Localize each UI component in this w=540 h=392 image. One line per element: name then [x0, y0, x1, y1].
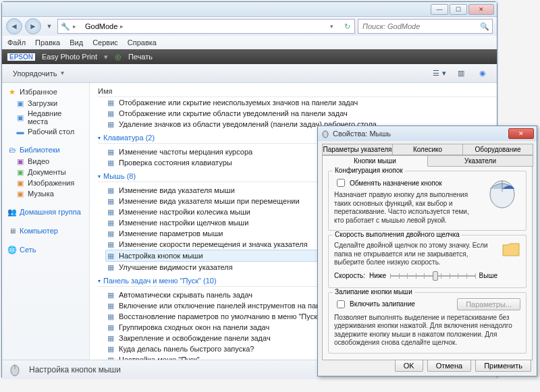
forward-button[interactable]: ►: [25, 18, 41, 34]
tab-buttons[interactable]: Кнопки мыши: [322, 155, 428, 167]
libraries-icon: 🗁: [7, 145, 17, 155]
click-lock-label: Включить залипание: [350, 300, 415, 308]
refresh-icon[interactable]: ↻: [342, 22, 352, 31]
column-header-name[interactable]: Имя: [98, 86, 497, 97]
item-icon: ▦: [106, 251, 115, 260]
sidebar-network[interactable]: 🌐Сеть: [2, 244, 89, 256]
navbar: ◄ ► ▼ 🔧 ▸ GodMode ▸ ▾ ↻ 🔍: [2, 17, 497, 36]
sidebar-item-label: Рабочий стол: [28, 128, 74, 136]
epson-app-label[interactable]: Easy Photo Print: [42, 53, 97, 61]
close-button[interactable]: ✕: [468, 4, 494, 15]
item-label: Изменение настройки щелчков мыши: [119, 219, 248, 227]
sidebar-favorites-header[interactable]: ★ Избранное: [2, 86, 89, 98]
item-icon: ▦: [106, 262, 115, 272]
sidebar-item-desktop[interactable]: ▬Рабочий стол: [2, 126, 89, 137]
pictures-icon: ▣: [16, 178, 25, 188]
double-click-slider[interactable]: [390, 270, 475, 282]
item-icon: ▦: [106, 98, 115, 107]
item-icon: ▦: [106, 147, 115, 157]
maximize-button[interactable]: ☐: [450, 4, 467, 15]
breadcrumb-text: GodMode: [85, 22, 117, 30]
tab-pointers[interactable]: Указатели: [427, 155, 533, 167]
sidebar-item-label: Документы: [28, 168, 66, 176]
search-box[interactable]: 🔍: [358, 19, 493, 34]
preview-pane-button[interactable]: ▥: [452, 67, 470, 80]
sidebar-computer[interactable]: 🖥Компьютер: [2, 225, 89, 237]
back-button[interactable]: ◄: [6, 18, 22, 34]
help-button[interactable]: ◉: [474, 67, 491, 80]
tab-wheel[interactable]: Колесико: [392, 144, 463, 155]
sidebar-item-music[interactable]: ▣Музыка: [2, 188, 89, 199]
item-label: Группировка сходных окон на панели задач: [119, 323, 269, 331]
collapse-icon: ▾: [98, 135, 101, 141]
item-label: Куда делась панель быстрого запуска?: [119, 345, 254, 353]
item-label: Автоматически скрывать панель задач: [119, 291, 252, 299]
tab-panel-buttons: Конфигурация кнопок Обменять назначение …: [322, 166, 533, 360]
sidebar-item-documents[interactable]: ▣Документы: [2, 167, 89, 177]
slider-thumb[interactable]: [433, 271, 438, 281]
click-lock-settings-button: Параметры...: [457, 298, 520, 310]
sidebar-item-recent[interactable]: ▣Недавние места: [2, 109, 89, 126]
click-lock-checkbox[interactable]: Включить залипание: [334, 298, 415, 310]
downloads-icon: ▣: [16, 99, 25, 108]
sidebar-item-label: Видео: [28, 157, 49, 165]
network-icon: 🌐: [7, 245, 17, 254]
mouse-illustration: [484, 175, 520, 209]
swap-buttons-input[interactable]: [337, 179, 345, 187]
group-click-lock: Залипание кнопки мыши Включить залипание…: [328, 292, 526, 354]
menu-edit[interactable]: Правка: [35, 38, 60, 47]
item-label: Настройка кнопок мыши: [119, 252, 203, 260]
chevron-right-icon: ▸: [73, 23, 82, 30]
dialog-titlebar[interactable]: Свойства: Мышь ✕: [318, 126, 537, 141]
menu-service[interactable]: Сервис: [92, 38, 118, 47]
list-item[interactable]: ▦Отображение или скрытие неиспользуемых …: [106, 97, 497, 108]
breadcrumb[interactable]: 🔧 ▸ GodMode ▸ ▾ ↻: [57, 19, 355, 34]
epson-logo: EPSON: [7, 53, 35, 61]
speed-label: Скорость:: [334, 272, 365, 279]
apply-button[interactable]: Применить: [475, 360, 531, 372]
music-icon: ▣: [16, 189, 25, 198]
item-icon: ▦: [106, 301, 115, 310]
organize-button[interactable]: Упорядочить ▼: [7, 67, 70, 80]
sidebar-libraries-header[interactable]: 🗁 Библиотеки: [2, 144, 89, 156]
tab-pointer-options[interactable]: Параметры указателя: [322, 144, 393, 155]
chevron-down-icon[interactable]: ▾: [330, 23, 340, 30]
star-icon: ★: [7, 87, 17, 96]
search-input[interactable]: [361, 22, 480, 31]
epson-print-label[interactable]: Печать: [128, 53, 153, 61]
cancel-button[interactable]: Отмена: [427, 360, 471, 372]
menu-view[interactable]: Вид: [70, 38, 83, 47]
ok-button[interactable]: OK: [395, 360, 423, 372]
item-icon: ▦: [106, 186, 115, 195]
slow-label: Ниже: [369, 272, 386, 279]
sidebar-item-video[interactable]: ▣Видео: [2, 156, 89, 167]
view-mode-button[interactable]: ☰ ▾: [431, 67, 448, 80]
collapse-icon: ▾: [98, 278, 101, 284]
titlebar: — ☐ ✕: [2, 2, 497, 17]
group-double-click: Скорость выполнения двойного щелчка Сдел…: [328, 235, 526, 288]
dialog-close-button[interactable]: ✕: [508, 128, 534, 139]
search-icon[interactable]: 🔍: [480, 22, 489, 31]
chevron-right-icon: ▸: [120, 23, 130, 30]
menu-file[interactable]: Файл: [7, 38, 26, 47]
menu-help[interactable]: Справка: [128, 38, 157, 47]
swap-buttons-checkbox[interactable]: Обменять назначение кнопок: [334, 177, 480, 189]
minimize-button[interactable]: —: [431, 4, 448, 15]
tab-hardware[interactable]: Оборудование: [462, 144, 533, 155]
chevron-down-icon: ▼: [59, 70, 65, 76]
item-label: Изменение вида указателя мыши при переме…: [119, 197, 300, 205]
desktop-icon: ▬: [16, 127, 25, 136]
sidebar-homegroup[interactable]: 👥Домашняя группа: [2, 206, 89, 218]
group-title: Залипание кнопки мыши: [333, 288, 414, 296]
sidebar-item-pictures[interactable]: ▣Изображения: [2, 177, 89, 188]
print-icon: ◎: [115, 53, 122, 61]
click-lock-input[interactable]: [337, 300, 345, 308]
history-dropdown[interactable]: ▼: [44, 21, 55, 32]
item-label: Изменение вида указателя мыши: [119, 186, 235, 194]
sidebar-item-downloads[interactable]: ▣Загрузки: [2, 98, 89, 109]
list-item[interactable]: ▦Отображение или скрытие области уведомл…: [106, 108, 497, 119]
dialog-body: Параметры указателя Колесико Оборудовани…: [318, 141, 537, 363]
folder-test-icon[interactable]: [502, 240, 520, 258]
dialog-title: Свойства: Мышь: [333, 130, 391, 138]
item-label: Настройка меню "Пуск": [119, 356, 200, 360]
